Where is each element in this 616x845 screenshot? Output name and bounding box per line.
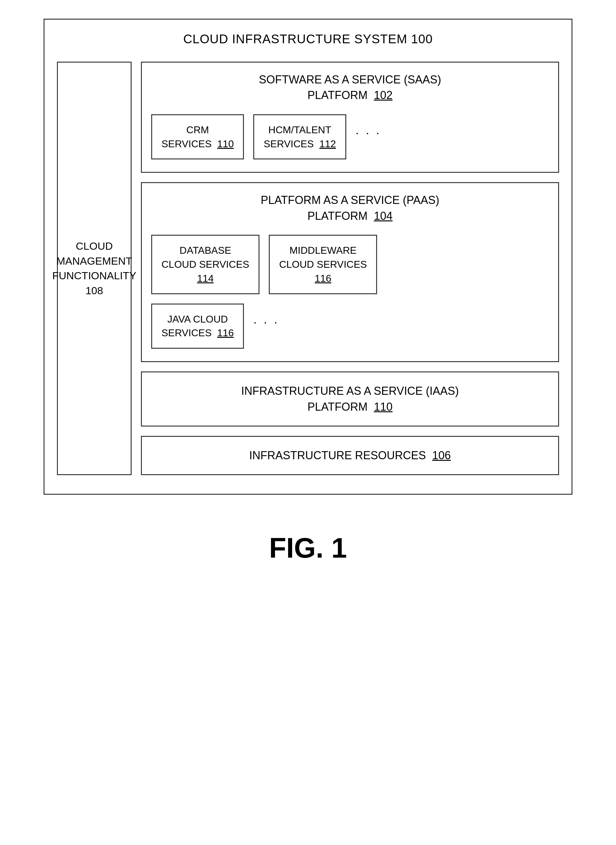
paas-title-line2: PLATFORM xyxy=(307,210,367,222)
java-line2: SERVICES xyxy=(161,327,211,338)
java-service-text: JAVA CLOUD SERVICES 116 xyxy=(161,312,234,340)
crm-service-box: CRM SERVICES 110 xyxy=(151,114,244,160)
main-content: CLOUD MANAGEMENT FUNCTIONALITY 108 SOFTW… xyxy=(57,62,559,475)
infrastructure-resources-box: INFRASTRUCTURE RESOURCES 106 xyxy=(141,436,559,475)
left-panel: CLOUD MANAGEMENT FUNCTIONALITY 108 xyxy=(57,62,132,475)
crm-line2: SERVICES xyxy=(161,138,211,150)
db-line2: CLOUD SERVICES xyxy=(161,259,249,270)
paas-ellipsis: . . . xyxy=(253,304,279,326)
db-line1: DATABASE xyxy=(179,245,231,256)
right-panels: SOFTWARE AS A SERVICE (SAAS) PLATFORM 10… xyxy=(141,62,559,475)
db-service-text: DATABASE CLOUD SERVICES 114 xyxy=(161,244,249,285)
iaas-title-number: 110 xyxy=(374,400,393,413)
middleware-line1: MIDDLEWARE xyxy=(289,245,356,256)
saas-title: SOFTWARE AS A SERVICE (SAAS) PLATFORM 10… xyxy=(151,72,549,103)
middleware-service-box: MIDDLEWARE CLOUD SERVICES 116 xyxy=(269,235,377,294)
java-service-box: JAVA CLOUD SERVICES 116 xyxy=(151,304,244,349)
saas-ellipsis: . . . xyxy=(356,114,381,137)
cloud-management-number: 108 xyxy=(85,285,103,297)
left-panel-text: CLOUD MANAGEMENT FUNCTIONALITY 108 xyxy=(52,239,136,298)
iaas-title: INFRASTRUCTURE AS A SERVICE (IAAS) PLATF… xyxy=(151,383,549,415)
saas-title-line2: PLATFORM xyxy=(307,89,367,101)
middleware-line2: CLOUD SERVICES xyxy=(279,259,367,270)
hcm-line2: SERVICES xyxy=(264,138,314,150)
paas-services-row: DATABASE CLOUD SERVICES 114 MIDDLEWARE C… xyxy=(151,235,549,294)
paas-services-second-row: JAVA CLOUD SERVICES 116 . . . xyxy=(151,304,549,349)
paas-platform-box: PLATFORM AS A SERVICE (PAAS) PLATFORM 10… xyxy=(141,182,559,362)
iaas-platform-box: INFRASTRUCTURE AS A SERVICE (IAAS) PLATF… xyxy=(141,372,559,426)
infrastructure-resources-text: INFRASTRUCTURE RESOURCES 106 xyxy=(151,448,549,463)
diagram-title: CLOUD INFRASTRUCTURE SYSTEM 100 xyxy=(57,32,559,46)
db-service-box: DATABASE CLOUD SERVICES 114 xyxy=(151,235,260,294)
saas-platform-box: SOFTWARE AS A SERVICE (SAAS) PLATFORM 10… xyxy=(141,62,559,173)
hcm-service-text: HCM/TALENT SERVICES 112 xyxy=(264,123,336,151)
iaas-title-line1: INFRASTRUCTURE AS A SERVICE (IAAS) xyxy=(241,385,459,397)
cloud-management-line1: CLOUD xyxy=(76,240,113,252)
hcm-service-box: HCM/TALENT SERVICES 112 xyxy=(253,114,346,160)
paas-title: PLATFORM AS A SERVICE (PAAS) PLATFORM 10… xyxy=(151,193,549,224)
paas-title-line1: PLATFORM AS A SERVICE (PAAS) xyxy=(261,194,439,206)
fig-label: FIG. 1 xyxy=(269,532,347,564)
crm-number: 110 xyxy=(217,138,234,150)
iaas-title-line2: PLATFORM xyxy=(307,400,367,413)
cloud-management-line3: FUNCTIONALITY xyxy=(52,270,136,281)
java-number: 116 xyxy=(217,327,234,338)
middleware-number: 116 xyxy=(315,273,331,284)
saas-title-number: 102 xyxy=(374,89,393,101)
saas-title-line1: SOFTWARE AS A SERVICE (SAAS) xyxy=(259,73,441,86)
db-number: 114 xyxy=(197,273,213,284)
cloud-management-line2: MANAGEMENT xyxy=(56,255,132,267)
crm-line1: CRM xyxy=(186,124,209,135)
crm-service-text: CRM SERVICES 110 xyxy=(161,123,234,151)
infrastructure-resources-number: 106 xyxy=(432,449,451,462)
middleware-service-text: MIDDLEWARE CLOUD SERVICES 116 xyxy=(279,244,367,285)
saas-services-row: CRM SERVICES 110 HCM/TALENT SERVICES 112… xyxy=(151,114,549,160)
diagram-container: CLOUD INFRASTRUCTURE SYSTEM 100 CLOUD MA… xyxy=(44,19,572,495)
infrastructure-resources-line1: INFRASTRUCTURE RESOURCES xyxy=(249,449,426,462)
java-line1: JAVA CLOUD xyxy=(167,313,228,325)
diagram-title-text: CLOUD INFRASTRUCTURE SYSTEM 100 xyxy=(183,32,433,46)
hcm-line1: HCM/TALENT xyxy=(268,124,331,135)
paas-title-number: 104 xyxy=(374,210,393,222)
hcm-number: 112 xyxy=(319,138,336,150)
